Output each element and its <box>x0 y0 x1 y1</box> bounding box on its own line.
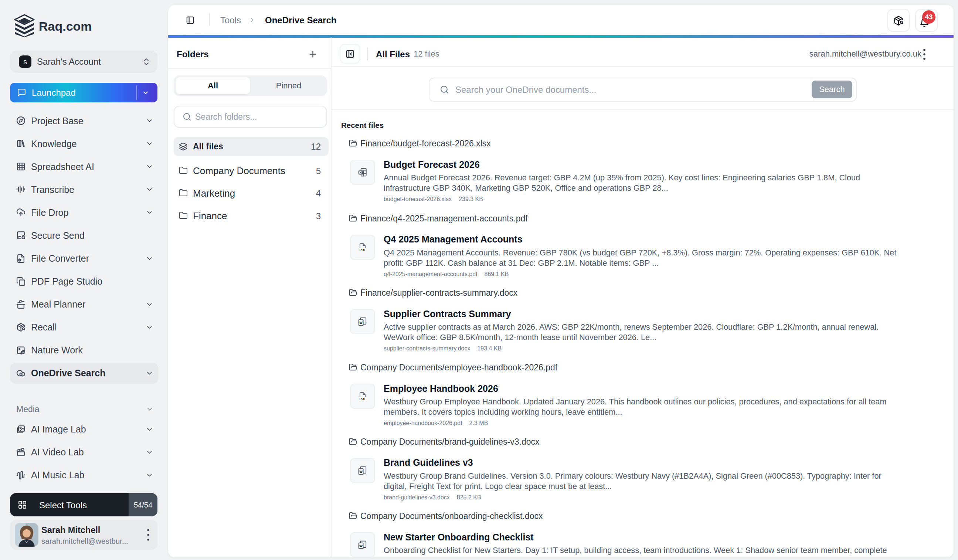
svg-text:W: W <box>359 470 363 473</box>
svg-text:W: W <box>359 321 363 325</box>
svg-text:W: W <box>359 544 363 548</box>
svg-text:PDF: PDF <box>360 248 366 252</box>
svg-text:PDF: PDF <box>360 397 366 401</box>
